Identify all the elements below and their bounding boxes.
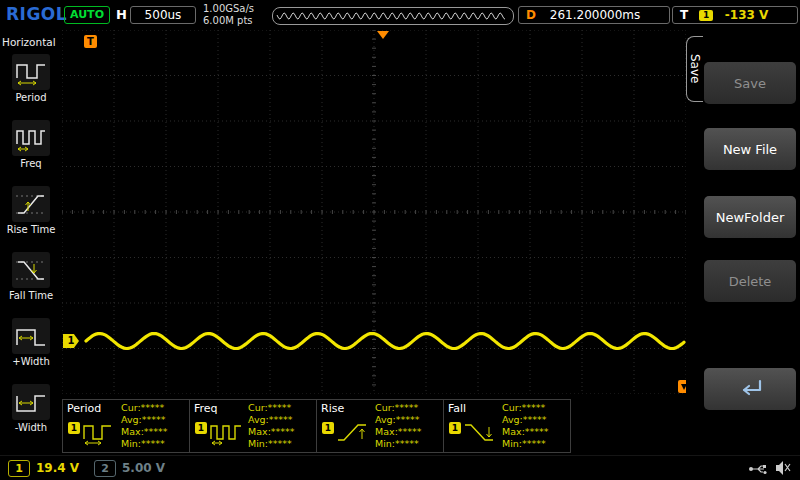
sidebar-item-rise-time[interactable]: Rise Time bbox=[0, 186, 62, 235]
new-file-button[interactable]: New File bbox=[704, 128, 796, 170]
rise-glyph-icon bbox=[336, 420, 372, 450]
new-folder-button[interactable]: NewFolder bbox=[704, 196, 796, 238]
measurement-values: Cur:***** Avg:***** Max:***** Min:***** bbox=[248, 402, 295, 450]
channel1-scale: 19.4 V bbox=[36, 461, 79, 475]
sidebar-item-label: +Width bbox=[0, 356, 62, 367]
sidebar-item-label: -Width bbox=[0, 422, 62, 433]
trigger-position-left-marker[interactable]: T bbox=[84, 35, 97, 48]
delay-readout: D 261.200000ms bbox=[518, 6, 670, 24]
sidebar-item-label: Fall Time bbox=[0, 290, 62, 301]
channel-badge: 1 bbox=[449, 422, 461, 434]
trigger-level-value: -133 V bbox=[725, 8, 769, 22]
top-bar: RIGOL AUTO H 500us 1.00GSa/s 6.00M pts D… bbox=[0, 0, 800, 30]
measurement-name: Fall bbox=[448, 402, 466, 415]
period-glyph-icon bbox=[82, 420, 118, 450]
sidebar-title: Horizontal bbox=[2, 36, 56, 48]
channel2-badge: 2 bbox=[94, 460, 116, 477]
sidebar-item-label: Rise Time bbox=[0, 224, 62, 235]
trigger-label: T bbox=[680, 8, 688, 22]
measurement-name: Rise bbox=[321, 402, 344, 415]
measurement-values: Cur:***** Avg:***** Max:***** Min:***** bbox=[502, 402, 549, 450]
menu-title-tab: Save bbox=[686, 36, 703, 102]
fall-time-icon bbox=[12, 252, 50, 288]
delay-value: 261.200000ms bbox=[550, 8, 640, 22]
measurement-period: Period 1 Cur:***** Avg:***** Max:***** M… bbox=[62, 399, 190, 453]
memory-depth: 6.00M pts bbox=[203, 15, 254, 27]
trigger-readout: T 1 -133 V bbox=[672, 6, 798, 24]
sidebar-item-minus-width[interactable]: -Width bbox=[0, 384, 62, 433]
channel-badge: 1 bbox=[68, 422, 80, 434]
measurement-values: Cur:***** Avg:***** Max:***** Min:***** bbox=[375, 402, 422, 450]
measurement-values: Cur:***** Avg:***** Max:***** Min:***** bbox=[121, 402, 168, 450]
status-bar: 1 19.4 V 2 5.00 V bbox=[0, 455, 800, 480]
delete-button[interactable]: Delete bbox=[704, 260, 796, 302]
measurement-name: Period bbox=[67, 402, 101, 415]
sidebar-item-period[interactable]: Period bbox=[0, 54, 62, 103]
measurement-rise: Rise 1 Cur:***** Avg:***** Max:***** Min… bbox=[316, 399, 444, 453]
waveform-display bbox=[62, 30, 686, 394]
waveform-overview-bar[interactable] bbox=[272, 7, 514, 25]
channel2-scale: 5.00 V bbox=[122, 461, 165, 475]
measurement-freq: Freq 1 Cur:***** Avg:***** Max:***** Min… bbox=[189, 399, 317, 453]
sidebar-item-label: Period bbox=[0, 92, 62, 103]
timebase-value: 500us bbox=[130, 6, 196, 24]
horizontal-label: H bbox=[116, 7, 127, 22]
sidebar-item-fall-time[interactable]: Fall Time bbox=[0, 252, 62, 301]
channel-badge: 1 bbox=[322, 422, 334, 434]
softkey-menu: Save Save New File NewFolder Delete bbox=[686, 30, 800, 455]
trigger-source-badge: 1 bbox=[699, 10, 713, 21]
sidebar-item-label: Freq bbox=[0, 158, 62, 169]
measure-sidebar: Horizontal Period Freq bbox=[0, 30, 62, 455]
save-button[interactable]: Save bbox=[704, 62, 796, 104]
overview-waveform-icon bbox=[273, 9, 511, 23]
channel1-badge: 1 bbox=[8, 460, 30, 477]
graticule bbox=[62, 30, 686, 394]
plus-width-icon bbox=[12, 318, 50, 354]
delay-label: D bbox=[526, 8, 536, 22]
freq-icon bbox=[12, 120, 50, 156]
back-button[interactable] bbox=[704, 368, 796, 410]
sidebar-item-freq[interactable]: Freq bbox=[0, 120, 62, 169]
return-arrow-icon bbox=[733, 377, 767, 402]
usb-icon bbox=[748, 461, 768, 480]
trigger-status-badge: AUTO bbox=[64, 6, 110, 24]
fall-glyph-icon bbox=[463, 420, 499, 450]
channel-badge: 1 bbox=[195, 422, 207, 434]
measurement-name: Freq bbox=[194, 402, 218, 415]
sidebar-item-plus-width[interactable]: +Width bbox=[0, 318, 62, 367]
trigger-position-icon[interactable] bbox=[377, 31, 389, 39]
measurement-fall: Fall 1 Cur:***** Avg:***** Max:***** Min… bbox=[443, 399, 571, 453]
rigol-logo: RIGOL bbox=[6, 4, 67, 24]
measurement-row: Period 1 Cur:***** Avg:***** Max:***** M… bbox=[62, 399, 686, 453]
rise-time-icon bbox=[12, 186, 50, 222]
acquisition-info: 1.00GSa/s 6.00M pts bbox=[203, 3, 254, 27]
period-icon bbox=[12, 54, 50, 90]
oscilloscope-screen: RIGOL AUTO H 500us 1.00GSa/s 6.00M pts D… bbox=[0, 0, 800, 480]
sample-rate: 1.00GSa/s bbox=[203, 3, 254, 15]
speaker-icon bbox=[774, 460, 792, 480]
minus-width-icon bbox=[12, 384, 50, 420]
freq-glyph-icon bbox=[209, 420, 245, 450]
